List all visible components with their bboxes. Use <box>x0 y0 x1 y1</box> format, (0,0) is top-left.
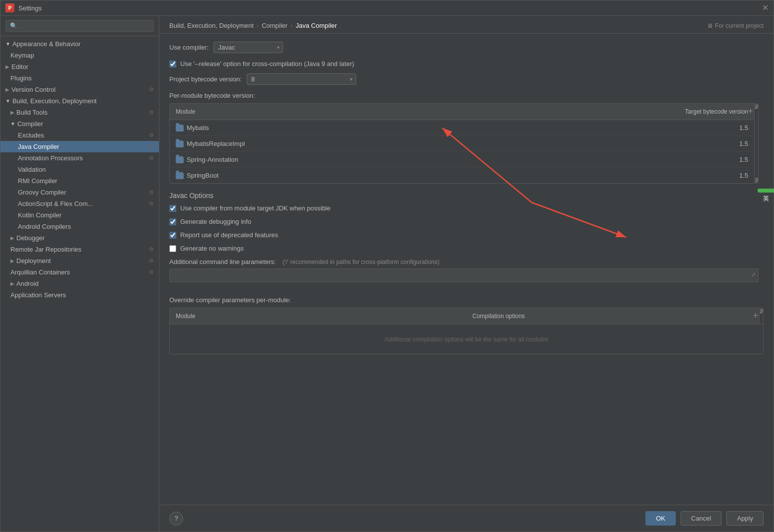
release-option-row: Use '--release' option for cross-compila… <box>169 60 764 67</box>
sidebar-item-editor[interactable]: ▶ Editor <box>0 61 159 72</box>
sidebar-item-build-execution[interactable]: ▼ Build, Execution, Deployment <box>0 95 159 107</box>
scrollbar-up: - <box>755 104 758 108</box>
cancel-button[interactable]: Cancel <box>681 511 721 526</box>
project-bytecode-value: 8 <box>251 75 255 83</box>
add-override-button[interactable]: + <box>753 311 758 321</box>
sidebar-item-annotation-processors[interactable]: Annotation Processors ⚙ <box>0 152 159 164</box>
breadcrumb-project: 🖥 For current project <box>707 22 764 29</box>
module-name: Mybatis <box>187 124 209 132</box>
sidebar-item-android[interactable]: ▶ Android <box>0 278 159 289</box>
breadcrumb-current: Java Compiler <box>296 22 337 29</box>
sidebar-item-label: Java Compiler <box>18 143 59 150</box>
chevron-down-icon: ▾ <box>277 45 280 50</box>
sidebar-item-label: Build Tools <box>16 109 48 116</box>
table-row[interactable]: Mybatis 1.5 <box>170 120 758 136</box>
sidebar-item-excludes[interactable]: Excludes ⚙ <box>0 130 159 141</box>
folder-icon <box>176 140 184 147</box>
cmd-input-container: ⤢ <box>169 268 759 289</box>
sidebar-item-label: Keymap <box>10 52 34 59</box>
arrow-icon: ▶ <box>10 258 14 264</box>
table-row[interactable]: SpringBoot 1.5 <box>170 168 758 183</box>
sidebar-item-label: Android <box>16 280 39 287</box>
arrow-icon: ▼ <box>10 121 15 127</box>
javac-check-3: Generate no warnings <box>169 245 764 252</box>
modules-table-header: Module Target bytecode version + <box>170 104 758 120</box>
table-scrollbar: - - <box>754 104 758 183</box>
module-version: 1.5 <box>659 170 758 181</box>
folder-icon <box>176 156 184 163</box>
javac-check-1: Generate debugging info <box>169 218 764 225</box>
settings-icon: ⚙ <box>149 109 154 116</box>
ok-button[interactable]: OK <box>645 511 676 526</box>
sidebar-item-actionscript[interactable]: ActionScript & Flex Com... ⚙ <box>0 198 159 209</box>
sidebar-item-remote-jar[interactable]: Remote Jar Repositories ⚙ <box>0 244 159 255</box>
table-row[interactable]: Spring-Annotation 1.5 <box>170 152 758 168</box>
help-button[interactable]: ? <box>169 512 183 526</box>
javac-check-2: Report use of deprecated features <box>169 231 764 239</box>
javac-check-label-3: Generate no warnings <box>180 245 244 252</box>
window-title: Settings <box>18 4 42 12</box>
settings-icon: ⚙ <box>149 246 154 253</box>
add-module-button[interactable]: + <box>748 106 753 117</box>
expand-icon[interactable]: ⤢ <box>751 271 756 278</box>
folder-icon <box>176 125 184 132</box>
breadcrumb-sep-2: › <box>290 22 292 29</box>
sidebar-item-compiler[interactable]: ▼ Compiler <box>0 118 159 130</box>
apply-button[interactable]: Apply <box>726 511 764 526</box>
sidebar-item-label: Application Servers <box>10 291 66 299</box>
sidebar-item-label: Groovy Compiler <box>18 189 67 196</box>
module-name: Spring-Annotation <box>187 156 238 163</box>
sidebar-item-app-servers[interactable]: Application Servers <box>0 289 159 301</box>
sidebar-item-groovy-compiler[interactable]: Groovy Compiler ⚙ <box>0 187 159 198</box>
sidebar-item-rmi-compiler[interactable]: RMI Compiler <box>0 175 159 187</box>
sidebar-item-label: Appearance & Behavior <box>12 40 80 48</box>
module-name: SpringBoot <box>187 172 218 179</box>
table-row[interactable]: MybatisReplaceImpl 1.5 <box>170 136 758 152</box>
sidebar-tree: ▼ Appearance & Behavior Keymap ▶ Editor … <box>0 36 159 532</box>
cmd-input[interactable] <box>169 268 759 282</box>
sidebar-item-version-control[interactable]: ▶ Version Control ⚙ <box>0 84 159 95</box>
javac-checkbox-3[interactable] <box>169 245 176 252</box>
sidebar-item-android-compilers[interactable]: Android Compilers <box>0 221 159 232</box>
release-option-checkbox[interactable] <box>169 61 176 67</box>
override-table-body: Additional compilation options will be t… <box>169 325 764 354</box>
sidebar-item-debugger[interactable]: ▶ Debugger <box>0 232 159 244</box>
close-button[interactable]: ✕ <box>762 4 769 12</box>
override-scrollbar: - <box>759 308 763 324</box>
sidebar-item-label: Version Control <box>11 86 56 93</box>
cmd-hint: ('/' recommended in paths for cross-plat… <box>282 259 439 266</box>
settings-icon: ⚙ <box>149 189 154 196</box>
settings-icon: ⚙ <box>149 200 154 207</box>
arrow-icon: ▼ <box>5 41 10 47</box>
javac-checkbox-0[interactable] <box>169 205 176 212</box>
javac-checkbox-1[interactable] <box>169 218 176 225</box>
arrow-icon: ▶ <box>10 110 14 115</box>
panel-body: Use compiler: Javac ▾ Use '--release' op… <box>159 34 774 505</box>
sidebar-item-deployment[interactable]: ▶ Deployment ⚙ <box>0 255 159 266</box>
override-table-header: Module Compilation options + - <box>169 308 764 325</box>
sidebar-item-appearance[interactable]: ▼ Appearance & Behavior <box>0 38 159 50</box>
sidebar-item-validation[interactable]: Validation <box>0 164 159 175</box>
sidebar-item-build-tools[interactable]: ▶ Build Tools ⚙ <box>0 107 159 118</box>
scrollbar-indicator: - <box>760 309 763 313</box>
sidebar-item-keymap[interactable]: Keymap <box>0 50 159 61</box>
javac-checkbox-2[interactable] <box>169 232 176 239</box>
sidebar-item-kotlin-compiler[interactable]: Kotlin Compiler <box>0 209 159 221</box>
override-empty-text: Additional compilation options will be t… <box>385 336 549 343</box>
sidebar-item-label: Excludes <box>18 132 44 139</box>
green-badge[interactable]: 英 <box>758 189 774 193</box>
sidebar-item-label: Arquillian Containers <box>10 268 70 276</box>
override-col-module: Module <box>170 311 467 322</box>
main-content: ▼ Appearance & Behavior Keymap ▶ Editor … <box>0 16 774 532</box>
sidebar-item-label: Validation <box>18 166 46 173</box>
sidebar-item-label: Deployment <box>16 257 51 265</box>
search-input[interactable] <box>5 20 154 32</box>
use-compiler-dropdown[interactable]: Javac ▾ <box>213 42 283 53</box>
sidebar-item-java-compiler[interactable]: Java Compiler ⚙ <box>0 141 159 152</box>
sidebar-item-arquillian[interactable]: Arquillian Containers ⚙ <box>0 266 159 278</box>
project-icon: 🖥 <box>707 22 713 29</box>
project-bytecode-dropdown[interactable]: 8 ▾ <box>247 73 356 85</box>
sidebar-item-plugins[interactable]: Plugins <box>0 72 159 84</box>
sidebar-item-label: Android Compilers <box>18 223 71 230</box>
title-bar: P Settings ✕ <box>0 0 774 16</box>
